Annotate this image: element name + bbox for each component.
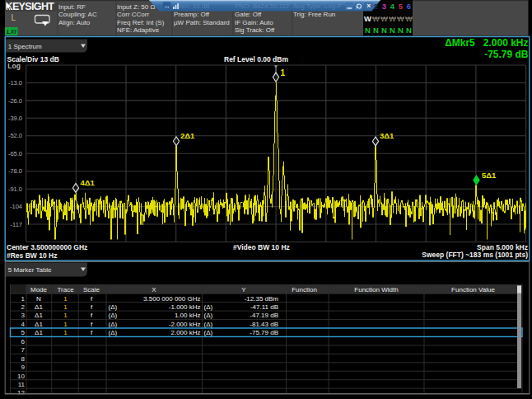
svg-text:(Δ): (Δ) <box>204 312 213 319</box>
svg-text:3.500 000 000 GHz: 3.500 000 000 GHz <box>143 295 200 303</box>
svg-text:↔: ↔ <box>164 2 170 10</box>
svg-text:N: N <box>390 26 395 35</box>
svg-text:5: 5 <box>21 329 26 336</box>
svg-text:8: 8 <box>21 355 26 363</box>
svg-text:W: W <box>372 15 380 23</box>
svg-text:Mode: Mode <box>30 286 48 293</box>
svg-text:-75.79 dB: -75.79 dB <box>250 329 278 336</box>
svg-text:3Δ1: 3Δ1 <box>380 131 394 140</box>
svg-text:9: 9 <box>21 364 26 371</box>
svg-text:tten: 10 dB: tten: 10 dB <box>178 2 210 10</box>
svg-text:ΔMkr5 2.000 kHz: ΔMkr5 2.000 kHz <box>445 37 528 49</box>
svg-text:-65.0: -65.0 <box>8 150 22 157</box>
svg-text:LXI: LXI <box>7 28 17 35</box>
svg-text:Span 5.000 kHz: Span 5.000 kHz <box>477 243 528 251</box>
svg-text:-52.0: -52.0 <box>8 132 22 139</box>
svg-text:µW Path: Standard: µW Path: Standard <box>174 19 230 26</box>
svg-text:IF Gain: Auto: IF Gain: Auto <box>235 19 273 26</box>
svg-text:1: 1 <box>63 329 68 336</box>
svg-text:W: W <box>389 15 396 23</box>
svg-text:(Δ): (Δ) <box>109 312 118 319</box>
svg-text:N: N <box>398 26 404 35</box>
svg-text:Coupling: AC: Coupling: AC <box>58 11 97 18</box>
svg-text:Function Value: Function Value <box>451 286 495 293</box>
svg-text:10: 10 <box>17 373 25 380</box>
svg-text:4: 4 <box>390 2 395 11</box>
svg-text:Ref Level 0.00 dBm: Ref Level 0.00 dBm <box>224 55 288 63</box>
svg-text:6: 6 <box>407 2 411 11</box>
svg-text:-26.0: -26.0 <box>8 97 22 105</box>
svg-text:-39.0: -39.0 <box>8 115 22 122</box>
svg-text:Δ1: Δ1 <box>35 329 43 336</box>
svg-text:-1.000 kHz: -1.000 kHz <box>169 303 201 311</box>
svg-text:5 Marker Table: 5 Marker Table <box>8 266 52 274</box>
svg-text:N: N <box>406 26 412 35</box>
svg-text:1.00 kHz: 1.00 kHz <box>175 312 201 319</box>
svg-text:-117: -117 <box>11 221 22 228</box>
svg-text:Δ1: Δ1 <box>35 312 43 319</box>
svg-text:1: 1 <box>63 295 68 303</box>
svg-text:N: N <box>381 26 387 35</box>
svg-text:Avg Type: Log-P: Avg Type: Log-P <box>293 2 342 10</box>
svg-text:2Δ1: 2Δ1 <box>180 131 195 140</box>
svg-text:-13.0: -13.0 <box>8 79 22 87</box>
svg-text:4Δ1: 4Δ1 <box>81 178 96 187</box>
svg-text:Sweep (FFT) ~183 ms (1001 pts): Sweep (FFT) ~183 ms (1001 pts) <box>422 251 528 259</box>
svg-text:W: W <box>397 15 404 23</box>
svg-text:L: L <box>12 13 16 22</box>
svg-text:Input: RF: Input: RF <box>58 3 86 11</box>
svg-text:6: 6 <box>21 338 26 345</box>
svg-text:Y: Y <box>241 286 246 293</box>
svg-text:Trig: Free Run: Trig: Free Run <box>293 11 335 18</box>
svg-text:Preamp: Off: Preamp: Off <box>174 11 210 18</box>
svg-text:#Video BW 10 Hz: #Video BW 10 Hz <box>233 243 290 251</box>
svg-text:-78.0: -78.0 <box>8 167 22 175</box>
svg-text:(Δ): (Δ) <box>204 329 213 336</box>
svg-text:Function: Function <box>292 286 317 293</box>
svg-text:(Δ): (Δ) <box>109 329 118 336</box>
svg-text:5Δ1: 5Δ1 <box>482 171 497 180</box>
svg-text:Align: Auto: Align: Auto <box>58 19 91 26</box>
svg-text:-2.000 kHz: -2.000 kHz <box>169 321 201 328</box>
svg-text:-81.43 dB: -81.43 dB <box>250 321 278 328</box>
svg-text:W: W <box>405 15 413 23</box>
svg-text:1: 1 <box>63 312 68 319</box>
svg-text:X: X <box>152 286 156 293</box>
svg-text:#Res BW 10 Hz: #Res BW 10 Hz <box>7 251 57 260</box>
svg-text:1: 1 <box>63 321 68 328</box>
svg-text:Gate: Off: Gate: Off <box>235 11 262 18</box>
svg-text:N: N <box>36 295 41 303</box>
svg-text:(Δ): (Δ) <box>204 321 213 328</box>
svg-text:-91.0: -91.0 <box>8 185 22 193</box>
svg-text:KEYSIGHT: KEYSIGHT <box>6 1 55 12</box>
svg-text:Freq Ref: Int (S): Freq Ref: Int (S) <box>117 19 165 26</box>
svg-text:3: 3 <box>382 2 386 11</box>
svg-text:1: 1 <box>21 295 26 303</box>
svg-text:2.000 kHz: 2.000 kHz <box>170 329 200 336</box>
svg-text:-47.19 dB: -47.19 dB <box>250 312 278 319</box>
svg-text:(Δ): (Δ) <box>204 303 213 311</box>
svg-text:2: 2 <box>374 2 378 11</box>
svg-text:N: N <box>365 26 371 35</box>
svg-text:1: 1 <box>281 68 286 77</box>
svg-text:Center 3.500000000 GHz: Center 3.500000000 GHz <box>7 243 87 251</box>
svg-text:Function Width: Function Width <box>354 286 398 293</box>
svg-text:-75.79 dB: -75.79 dB <box>484 49 529 60</box>
svg-text:Log: Log <box>7 62 21 70</box>
svg-text:3: 3 <box>21 312 26 319</box>
svg-text:Δ1: Δ1 <box>35 303 43 311</box>
svg-text:Trace: Trace <box>57 286 74 293</box>
svg-text:PNO: Ba24.50.112: PNO: Ba24.50.112 <box>235 2 290 10</box>
svg-text:5: 5 <box>399 2 404 11</box>
svg-text:Scale: Scale <box>83 286 100 293</box>
svg-text:1: 1 <box>63 303 68 311</box>
svg-text:Δ1: Δ1 <box>35 321 43 328</box>
svg-text:NFE: Adaptive: NFE: Adaptive <box>117 26 160 34</box>
svg-text:Input Z: 50 Ω: Input Z: 50 Ω <box>117 3 155 11</box>
svg-text:7: 7 <box>21 346 26 354</box>
svg-text:4: 4 <box>21 321 26 328</box>
svg-text:W: W <box>380 15 388 23</box>
svg-text:Corr CCorr: Corr CCorr <box>117 11 149 18</box>
svg-text:W: W <box>364 14 371 23</box>
svg-text:(Δ): (Δ) <box>109 321 118 328</box>
